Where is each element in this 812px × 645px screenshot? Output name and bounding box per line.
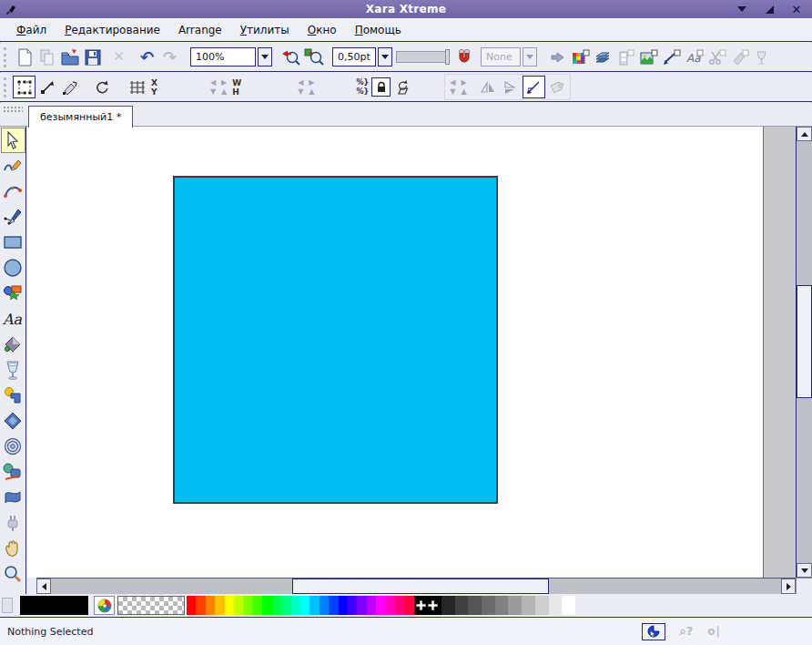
- scroll-left-button[interactable]: [36, 578, 51, 594]
- color-swatch[interactable]: [404, 596, 413, 615]
- color-swatch[interactable]: [206, 596, 215, 615]
- export-preview-icon[interactable]: [546, 46, 569, 68]
- gray-swatch[interactable]: [508, 596, 522, 615]
- color-swatch[interactable]: [253, 596, 262, 615]
- menu-help[interactable]: Помощь: [346, 21, 411, 39]
- flip-horizontal-button[interactable]: [477, 76, 500, 98]
- line-width-combo[interactable]: 0,50pt: [332, 47, 392, 67]
- current-color-indicator[interactable]: [20, 596, 88, 615]
- previous-zoom-button[interactable]: [279, 46, 302, 68]
- position-nudge-arrows[interactable]: ◀▶ ▼▲: [208, 79, 229, 96]
- transparency-gallery-icon[interactable]: [751, 46, 774, 68]
- vertical-scroll-thumb[interactable]: [797, 285, 812, 398]
- blend-tool[interactable]: [1, 459, 25, 485]
- black-swatch-with-markers[interactable]: [414, 596, 442, 615]
- flip-vertical-button[interactable]: [500, 76, 523, 98]
- gray-swatch[interactable]: [522, 596, 535, 615]
- fill-gallery-icon[interactable]: [728, 46, 751, 68]
- live-effects-tool[interactable]: [1, 510, 25, 536]
- color-swatch[interactable]: [290, 596, 299, 615]
- vertical-scrollbar[interactable]: [796, 127, 812, 578]
- move-selection-icon[interactable]: [36, 76, 58, 98]
- zoom-to-drawing-button[interactable]: [302, 46, 325, 68]
- gray-swatch[interactable]: [495, 596, 509, 615]
- zoom-level-combo[interactable]: 100%: [190, 47, 272, 67]
- zoom-combo-dropdown[interactable]: [258, 47, 272, 67]
- color-swatch[interactable]: [320, 596, 329, 615]
- color-swatch[interactable]: [281, 596, 290, 615]
- redo-icon[interactable]: ↷: [158, 46, 181, 68]
- pen-tool[interactable]: [1, 204, 25, 230]
- frame-gallery-icon[interactable]: [614, 46, 637, 68]
- color-swatch[interactable]: [367, 596, 376, 615]
- push-tool[interactable]: [1, 536, 25, 561]
- gray-swatch[interactable]: [455, 596, 469, 615]
- line-gallery-button[interactable]: [660, 46, 683, 68]
- clipart-gallery-icon[interactable]: [705, 46, 728, 68]
- gray-swatch[interactable]: [482, 596, 495, 615]
- snap-to-objects-button[interactable]: [452, 46, 475, 68]
- constrain-drag-button[interactable]: [523, 76, 545, 98]
- palette-scroll-nub[interactable]: [2, 598, 13, 613]
- gray-swatch[interactable]: [468, 596, 482, 615]
- document-tab[interactable]: безымянный1 *: [28, 106, 133, 128]
- color-swatch[interactable]: [339, 596, 348, 615]
- gray-swatch[interactable]: [442, 596, 455, 615]
- color-swatch[interactable]: [348, 596, 357, 615]
- color-swatch[interactable]: [376, 596, 385, 615]
- skew-mode-icon[interactable]: [391, 76, 413, 98]
- lock-aspect-button[interactable]: [371, 77, 391, 97]
- document-canvas[interactable]: [27, 127, 796, 578]
- color-swatch[interactable]: [310, 596, 319, 615]
- zoom-tool[interactable]: [1, 561, 25, 587]
- shade-button[interactable]: [763, 4, 776, 15]
- transparency-tool[interactable]: [1, 357, 25, 383]
- open-document-button[interactable]: [58, 46, 81, 68]
- window-menu-button[interactable]: [736, 4, 748, 15]
- live-drag-indicator[interactable]: [642, 623, 665, 640]
- no-color-swatch[interactable]: [117, 596, 185, 615]
- copy-document-icon[interactable]: [36, 46, 58, 68]
- rotate-nudge-arrows[interactable]: ◀▶ ▼▲: [447, 79, 469, 96]
- close-button[interactable]: ✕: [790, 4, 803, 15]
- color-swatch[interactable]: [215, 596, 224, 615]
- feather-slider-handle[interactable]: [445, 49, 450, 65]
- feather-slider[interactable]: [396, 51, 449, 63]
- color-swatch[interactable]: [357, 596, 366, 615]
- color-swatch[interactable]: [300, 596, 310, 615]
- infobar-grip[interactable]: [4, 77, 8, 97]
- freehand-tool[interactable]: [1, 153, 25, 179]
- new-document-button[interactable]: [13, 46, 36, 68]
- scroll-up-button[interactable]: [797, 127, 812, 141]
- gray-swatch[interactable]: [549, 596, 563, 615]
- color-swatch[interactable]: [234, 596, 243, 615]
- titlebar[interactable]: Xara Xtreme ✕: [0, 0, 812, 18]
- grid-snap-icon[interactable]: [126, 76, 148, 98]
- menu-window[interactable]: Окно: [299, 21, 346, 39]
- contour-tool[interactable]: [1, 434, 25, 459]
- bevel-tool[interactable]: [1, 408, 25, 434]
- shape-editor-tool[interactable]: [1, 179, 25, 204]
- fill-drag-icon[interactable]: [58, 76, 81, 98]
- drawn-rectangle[interactable]: [173, 176, 498, 504]
- quickshape-tool[interactable]: [1, 281, 25, 306]
- color-swatch[interactable]: [196, 596, 205, 615]
- color-swatch[interactable]: [395, 596, 404, 615]
- color-swatch[interactable]: [225, 596, 234, 615]
- gray-swatch[interactable]: [535, 596, 549, 615]
- toolbar-grip[interactable]: [4, 47, 8, 67]
- tag-object-icon[interactable]: [545, 76, 568, 98]
- save-document-button[interactable]: [81, 46, 104, 68]
- undo-button[interactable]: ↶: [136, 46, 158, 68]
- color-swatch[interactable]: [243, 596, 252, 615]
- marquee-select-button[interactable]: [13, 76, 36, 98]
- color-editor-button[interactable]: [94, 596, 115, 615]
- color-swatch[interactable]: [386, 596, 395, 615]
- menu-arrange[interactable]: Arrange: [169, 21, 231, 39]
- layer-gallery-button[interactable]: [592, 46, 614, 68]
- shadow-tool[interactable]: [1, 383, 25, 408]
- horizontal-scrollbar[interactable]: [36, 578, 796, 594]
- rotate-selection-icon[interactable]: [90, 76, 113, 98]
- menu-file[interactable]: Файл: [7, 21, 56, 39]
- mould-tool[interactable]: [1, 485, 25, 510]
